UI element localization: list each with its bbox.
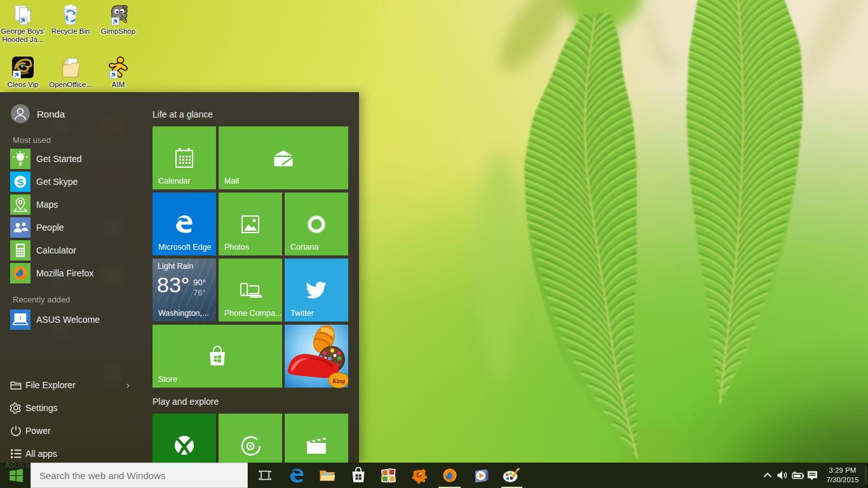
svg-text:S: S [17,177,24,187]
svg-text:King: King [332,377,345,384]
